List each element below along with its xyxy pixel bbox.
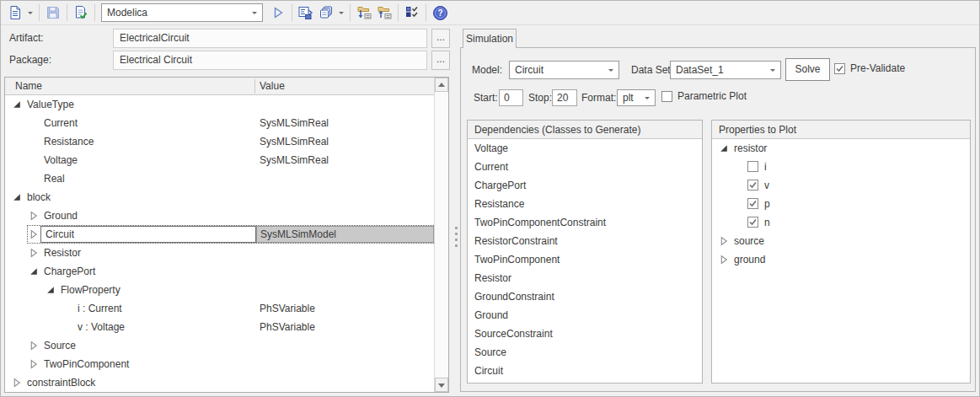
new-document-button[interactable] [5, 3, 25, 23]
table-row[interactable]: constraintBlock [5, 373, 435, 392]
row-name-label: Circuit [40, 226, 256, 243]
expander-icon[interactable] [29, 359, 39, 369]
table-row[interactable]: i : Current PhSVariable [5, 299, 435, 318]
dependency-list-item[interactable]: SourceConstraint [468, 325, 702, 343]
expander-icon[interactable] [12, 99, 22, 110]
table-row[interactable]: v : Voltage PhSVariable [5, 318, 435, 336]
caret-down-icon [27, 9, 34, 16]
new-document-dropdown-button[interactable] [25, 3, 35, 23]
expander-icon[interactable] [29, 229, 39, 239]
row-name-label: Source [44, 336, 76, 355]
table-row[interactable]: Real [5, 169, 435, 188]
profile-combobox[interactable]: Modelica [101, 3, 263, 22]
parametric-plot-option[interactable]: Parametric Plot [661, 90, 747, 102]
dataset-combobox-value: DataSet_1 [671, 64, 765, 76]
caret-down-icon[interactable] [765, 67, 780, 73]
caret-down-icon[interactable] [603, 67, 619, 73]
tree-scrollbar[interactable] [434, 78, 448, 392]
copy-stack-button[interactable] [316, 3, 336, 23]
dependency-list-item[interactable]: ResistorConstraint [468, 232, 702, 250]
artifact-field[interactable]: ElectricalCircuit [113, 29, 427, 48]
caret-down-icon[interactable] [640, 94, 655, 101]
panel-splitter[interactable] [453, 223, 458, 249]
plot-property-checkbox[interactable] [747, 180, 758, 190]
dependency-list-item[interactable]: Circuit [468, 362, 702, 380]
help-button[interactable]: ? [430, 3, 450, 23]
dependency-list-item[interactable]: Current [468, 158, 702, 176]
dependency-list-item[interactable]: Voltage [468, 139, 702, 158]
tab-simulation[interactable]: Simulation [463, 29, 517, 48]
export-package-button[interactable] [374, 3, 394, 23]
scroll-down-button[interactable] [435, 378, 448, 392]
plot-tree-row[interactable]: p [712, 195, 970, 213]
copy-stack-dropdown-button[interactable] [336, 3, 346, 23]
expander-icon[interactable] [46, 285, 56, 295]
expander-icon[interactable] [719, 143, 729, 153]
table-row[interactable]: TwoPinComponent [5, 355, 435, 373]
name-column-header[interactable]: Name [15, 78, 42, 95]
expander-icon[interactable] [12, 378, 22, 388]
table-row[interactable]: Source [5, 336, 435, 355]
table-row[interactable]: Current SysMLSimReal [5, 114, 435, 132]
dependency-list-item[interactable]: Ground [468, 306, 702, 325]
table-row[interactable]: ChargePort [5, 262, 435, 281]
toolbar-separator [398, 4, 399, 21]
dataset-combobox[interactable]: DataSet_1 [670, 61, 781, 79]
expander-icon[interactable] [719, 236, 729, 246]
artifact-browse-button[interactable]: ... [431, 29, 450, 48]
expander-icon[interactable] [29, 266, 39, 276]
plot-property-checkbox[interactable] [747, 198, 758, 209]
table-row[interactable]: block [5, 188, 435, 207]
copy-stack-icon [319, 5, 334, 20]
parametric-plot-checkbox[interactable] [661, 91, 672, 102]
stop-input[interactable]: 20 [552, 89, 577, 106]
scroll-up-button[interactable] [435, 78, 448, 92]
expander-icon[interactable] [12, 192, 22, 202]
plot-tree-row[interactable]: v [712, 176, 970, 195]
svg-text:?: ? [437, 8, 442, 18]
format-combobox[interactable]: plt [617, 89, 656, 106]
dependency-label: SourceConstraint [474, 328, 553, 340]
dependency-list-item[interactable]: Resistor [468, 269, 702, 287]
prevalidate-checkbox[interactable] [834, 63, 845, 74]
package-browse-button[interactable]: ... [431, 51, 450, 70]
run-simulation-button[interactable] [268, 3, 288, 23]
table-row[interactable]: Circuit SysMLSimModel [5, 225, 435, 244]
dependency-list-item[interactable]: TwoPinComponent [468, 250, 702, 269]
validate-document-button[interactable] [71, 3, 91, 23]
plot-property-checkbox[interactable] [747, 161, 758, 172]
expander-icon[interactable] [29, 211, 39, 221]
dependency-list-item[interactable]: TwoPinComponentConstraint [468, 213, 702, 232]
table-row[interactable]: Resistance SysMLSimReal [5, 132, 435, 151]
solve-button[interactable]: Solve [785, 58, 830, 81]
generate-code-button[interactable] [296, 3, 316, 23]
batch-check-button[interactable] [402, 3, 422, 23]
table-row[interactable]: Voltage SysMLSimReal [5, 151, 435, 169]
plot-tree-row[interactable]: resistor [712, 139, 970, 158]
expander-icon[interactable] [719, 255, 729, 265]
plot-tree-row[interactable]: ground [712, 250, 970, 269]
caret-down-icon[interactable] [247, 9, 262, 16]
plot-tree-row[interactable]: n [712, 213, 970, 232]
expander-icon[interactable] [29, 341, 39, 351]
package-field[interactable]: Electrical Circuit [113, 51, 427, 70]
model-combobox[interactable]: Circuit [509, 61, 619, 79]
dependency-list-item[interactable]: ChargePort [468, 176, 702, 195]
expander-icon[interactable] [29, 248, 39, 258]
prevalidate-option[interactable]: Pre-Validate [834, 62, 905, 74]
save-button[interactable] [43, 3, 63, 23]
plot-tree-row[interactable]: i [712, 158, 970, 176]
dependency-list-item[interactable]: Source [468, 343, 702, 362]
start-input[interactable]: 0 [499, 89, 523, 106]
plot-tree-row[interactable]: source [712, 232, 970, 250]
plot-property-checkbox[interactable] [747, 217, 758, 228]
column-divider[interactable] [254, 79, 255, 94]
import-package-button[interactable] [354, 3, 374, 23]
dependency-list-item[interactable]: Resistance [468, 195, 702, 213]
table-row[interactable]: Ground [5, 207, 435, 225]
value-column-header[interactable]: Value [260, 78, 285, 95]
dependency-list-item[interactable]: GroundConstraint [468, 287, 702, 306]
table-row[interactable]: ValueType [5, 95, 435, 114]
table-row[interactable]: Resistor [5, 244, 435, 262]
table-row[interactable]: FlowProperty [5, 281, 435, 299]
